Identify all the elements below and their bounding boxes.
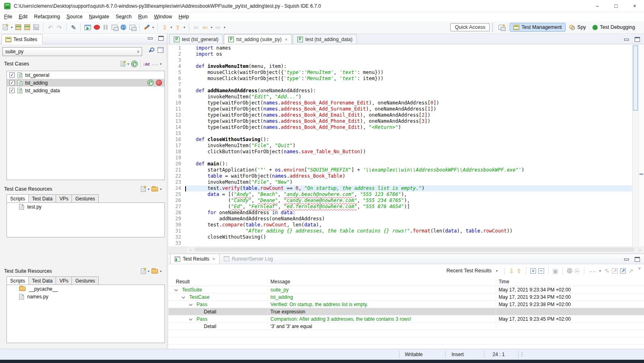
resource-tab-gestures[interactable]: Gestures: [72, 194, 99, 203]
checkbox[interactable]: ✓: [9, 88, 15, 93]
maximize-view-icon[interactable]: [158, 36, 164, 40]
perspective-test-management[interactable]: Test Management: [510, 23, 565, 32]
resource-tab-test-data[interactable]: Test Data: [29, 194, 56, 203]
resource-tab-scripts[interactable]: Scripts: [6, 276, 29, 285]
expand-chevron-icon[interactable]: [189, 302, 192, 306]
resource-tab-gestures[interactable]: Gestures: [72, 276, 99, 285]
new-dropdown[interactable]: ▾: [10, 23, 14, 32]
record-test-case-icon[interactable]: [156, 80, 162, 86]
resource-item-__pycache__[interactable]: __pycache__: [7, 285, 164, 293]
code-editor[interactable]: 1import names2import os34def invokeMenuI…: [169, 44, 644, 246]
code-line-9[interactable]: 9 invokeMenuItem("Edit", "Add..."): [169, 94, 632, 100]
code-line-21[interactable]: 21 startApplication('"' + os.environ["SQ…: [169, 167, 632, 173]
next-failure-icon[interactable]: ⇩: [509, 268, 514, 274]
code-line-3[interactable]: 3: [169, 57, 632, 63]
expand-chevron-icon[interactable]: [189, 317, 192, 320]
test-case-row-tst_adding[interactable]: ✓tst_adding: [7, 79, 164, 87]
import-suite-button[interactable]: [14, 23, 23, 32]
perspective-grip[interactable]: [492, 23, 495, 32]
code-line-2[interactable]: 2import os: [169, 51, 632, 57]
menu-refactoring[interactable]: Refactoring: [31, 13, 63, 20]
run-test-suite-button[interactable]: [83, 23, 92, 32]
code-line-11[interactable]: 11 type(waitForObject(names.address_Book…: [169, 106, 632, 112]
toggle-edit-button[interactable]: ✎: [69, 23, 78, 32]
pause-button[interactable]: [101, 23, 110, 32]
editor-tab-test-tst_general-[interactable]: Ptest (tst_general): [169, 34, 223, 44]
maximize-editor-icon[interactable]: [635, 37, 640, 41]
quick-access-button[interactable]: Quick Access: [450, 23, 490, 31]
new-folder-dropdown[interactable]: ▾: [159, 185, 163, 193]
menu-navigate[interactable]: Navigate: [86, 13, 112, 20]
resource-tab-scripts[interactable]: Scripts: [6, 194, 29, 203]
code-line-5[interactable]: 5 mouseClick(waitForObject({'type':'Menu…: [169, 70, 632, 76]
close-icon[interactable]: ×: [285, 37, 287, 42]
new-folder-icon[interactable]: [151, 269, 158, 274]
prev-failure-icon[interactable]: ⇧: [516, 268, 522, 274]
result-row-detail[interactable]: DetailTrue expression: [169, 308, 644, 315]
forward-button[interactable]: ⇨: [214, 23, 223, 32]
resource-tab-vps[interactable]: VPs: [56, 276, 72, 285]
code-line-32[interactable]: 32 closeWithoutSaving(): [169, 234, 632, 240]
code-line-18[interactable]: 18 clickButton(waitForObject(names.save_…: [169, 149, 632, 155]
new-folder-icon[interactable]: [151, 187, 158, 191]
snapshot-button[interactable]: [110, 23, 119, 32]
open-external-icon[interactable]: ↗: [628, 268, 633, 274]
result-row-testsuite[interactable]: TestSuitesuite_pyMay 17, 2021 9:23:34 PM…: [169, 286, 644, 293]
back-dropdown[interactable]: ▾: [210, 23, 214, 32]
code-line-6[interactable]: 6 mouseClick(waitForObject({'type':'Menu…: [169, 76, 632, 82]
filter-icon[interactable]: →→: [151, 61, 158, 66]
edit-results-icon[interactable]: ✎: [605, 268, 610, 274]
editor-tab-tst_adding-suite_py-[interactable]: Ptst_adding (suite_py)×: [224, 34, 292, 44]
editor-horizontal-scrollbar[interactable]: ‹ ›: [169, 246, 644, 253]
screenshot-icon[interactable]: ▣: [553, 268, 558, 274]
minimize-button[interactable]: –: [588, 0, 607, 12]
result-row-empty[interactable]: [169, 330, 644, 337]
resource-item-names.py[interactable]: names.py: [7, 293, 164, 300]
redo-button[interactable]: ↷: [55, 23, 64, 32]
tab-test-results[interactable]: Test Results ×: [170, 254, 220, 264]
code-line-27[interactable]: 27 ("Ed", "Fernleaf", "ed.fernleaf@nowhe…: [169, 204, 632, 210]
report-icon[interactable]: [567, 268, 573, 274]
chart-in-icon[interactable]: ↗: [620, 268, 626, 274]
prev-annotation-button[interactable]: ⇧: [173, 23, 182, 32]
column-result[interactable]: Result: [169, 279, 268, 285]
expand-all-icon[interactable]: +: [530, 268, 536, 274]
window-layout-button[interactable]: [128, 23, 137, 32]
result-row-empty[interactable]: [169, 337, 644, 345]
column-message[interactable]: Message: [268, 279, 496, 285]
scroll-right-icon[interactable]: ›: [636, 247, 644, 253]
recent-test-results-dropdown[interactable]: Recent Test Results ▾: [447, 266, 501, 275]
results-filter-dropdown[interactable]: ▾: [598, 266, 602, 275]
launch-browser-button[interactable]: [119, 23, 128, 32]
result-row-pass[interactable]: PassVerified: On startup, the address li…: [169, 301, 644, 308]
minimize-editor-icon[interactable]: [624, 37, 629, 41]
filter-dropdown[interactable]: ▾: [159, 59, 163, 68]
resource-tab-test-data[interactable]: Test Data: [29, 276, 56, 285]
menu-search[interactable]: Search: [112, 13, 135, 20]
code-line-30[interactable]: 30 test.compare(table.rowCount, len(data…: [169, 222, 632, 228]
hscroll-thumb[interactable]: [194, 248, 634, 252]
perspective-test-debugging[interactable]: Test Debugging: [589, 23, 638, 31]
sort-az-icon[interactable]: ↓az: [143, 61, 150, 66]
code-line-20[interactable]: 20def main():: [169, 161, 632, 167]
code-line-17[interactable]: 17 invokeMenuItem("File", "Quit"): [169, 143, 632, 149]
resource-item-test.py[interactable]: test.py: [7, 203, 164, 211]
tab-test-suites[interactable]: Test Suites: [2, 34, 43, 44]
menu-run[interactable]: Run: [135, 13, 151, 20]
editor-vertical-scrollbar[interactable]: [632, 44, 638, 246]
code-line-4[interactable]: 4def invokeMenuItem(menu, item):: [169, 63, 632, 70]
code-line-10[interactable]: 10 type(waitForObject(names.address_Book…: [169, 100, 632, 106]
minimize-panel-icon[interactable]: [624, 257, 629, 261]
undo-button[interactable]: ↶: [46, 23, 55, 32]
next-annotation-dropdown[interactable]: ▾: [169, 23, 173, 32]
code-line-14[interactable]: 14 type(waitForObject(names.address_Book…: [169, 124, 632, 130]
code-line-15[interactable]: 15: [169, 130, 632, 137]
result-row-testcase[interactable]: TestCasetst_addingMay 17, 2021 9:23:34 P…: [169, 293, 644, 301]
new-test-case-button[interactable]: ✦: [1, 23, 10, 32]
last-edit-location-button[interactable]: ⇦: [192, 23, 201, 32]
menu-edit[interactable]: Edit: [15, 13, 31, 20]
code-line-33[interactable]: 33: [169, 240, 632, 246]
close-icon[interactable]: ×: [212, 256, 215, 261]
object-map-icon[interactable]: [158, 47, 164, 53]
forward-dropdown[interactable]: ▾: [223, 23, 227, 32]
